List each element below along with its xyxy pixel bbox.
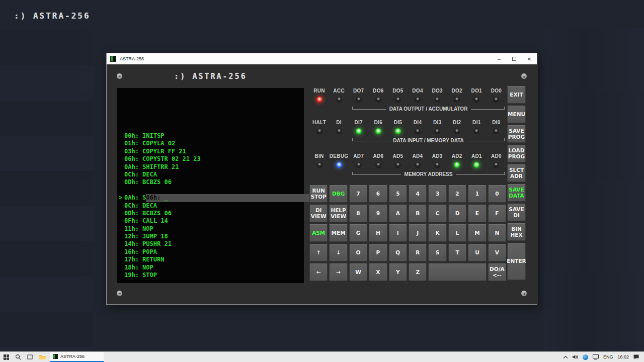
- save-prog-button[interactable]: SAVE PROG: [507, 125, 526, 143]
- key-q[interactable]: Q: [389, 244, 407, 261]
- search-button[interactable]: [12, 352, 24, 362]
- key-1[interactable]: 1: [468, 185, 486, 203]
- di6-led: [375, 128, 381, 134]
- led-label: DI1: [472, 120, 480, 125]
- close-button[interactable]: ✕: [522, 53, 537, 64]
- menu-button[interactable]: MENU: [507, 106, 526, 123]
- key-b[interactable]: B: [409, 205, 427, 222]
- key-y[interactable]: Y: [389, 263, 407, 281]
- terminal-line: 0Fh: CALL 14: [124, 217, 304, 225]
- clock[interactable]: 16:02: [617, 354, 629, 359]
- led-label: DO0: [491, 88, 502, 94]
- notification-icon[interactable]: [633, 354, 639, 359]
- key-6[interactable]: 6: [369, 185, 387, 203]
- key-v[interactable]: V: [488, 244, 506, 261]
- enter-button[interactable]: ENTER: [507, 243, 526, 280]
- terminal-line: 06h: COPYSTR 02 21 23: [124, 155, 304, 163]
- key-asm[interactable]: ASM: [309, 224, 328, 242]
- do4-led: [415, 97, 421, 103]
- key-t[interactable]: T: [448, 244, 466, 261]
- key-2[interactable]: 2: [448, 185, 466, 203]
- key-r[interactable]: R: [409, 244, 427, 261]
- load-prog-button[interactable]: LOAD PROG: [507, 145, 526, 162]
- key-do-a[interactable]: DO/A <--: [488, 263, 506, 281]
- network-display-icon[interactable]: [593, 354, 599, 359]
- key-f[interactable]: F: [488, 205, 506, 222]
- language-indicator[interactable]: ENG: [603, 354, 613, 359]
- led-label: DI3: [433, 120, 441, 125]
- key-a[interactable]: A: [389, 205, 407, 222]
- key-e[interactable]: E: [468, 205, 486, 222]
- do5-led: [395, 97, 401, 103]
- key-d[interactable]: D: [448, 205, 466, 222]
- led-label: DI2: [453, 120, 461, 125]
- key-di-view[interactable]: DI VIEW: [309, 205, 328, 222]
- system-tray: ENG 16:02: [563, 352, 644, 362]
- led-label: DO3: [432, 88, 442, 94]
- key-i[interactable]: I: [389, 224, 407, 242]
- maximize-button[interactable]: [507, 53, 522, 64]
- key-9[interactable]: 9: [369, 205, 387, 222]
- slct-adr-button[interactable]: SLCT ADR: [507, 164, 526, 182]
- key-5[interactable]: 5: [389, 185, 407, 203]
- key-mem[interactable]: MEM: [329, 224, 347, 242]
- key-0[interactable]: 0: [488, 185, 506, 203]
- key-space[interactable]: [428, 263, 486, 281]
- task-view-icon: [27, 354, 33, 360]
- key-4[interactable]: 4: [409, 185, 427, 203]
- led-row-data-input: HALT DI DI7 DI6 DI5 DI4 DI3 DI2 DI1 DI0 …: [309, 120, 506, 141]
- minimize-button[interactable]: –: [492, 53, 507, 64]
- start-button[interactable]: [0, 352, 12, 362]
- led-label: AD7: [353, 153, 364, 159]
- ad3-led: [434, 162, 440, 168]
- file-explorer-button[interactable]: [36, 352, 48, 362]
- key-arrow-down[interactable]: ↓: [329, 244, 347, 261]
- program-display: 00h: INITSP 01h: COPYLA 02 03h: COPYLR F…: [117, 88, 304, 283]
- terminal-current-line: >06h: _: [124, 187, 304, 194]
- key-arrow-up[interactable]: ↑: [309, 244, 328, 261]
- bin-hex-button[interactable]: BIN HEX: [507, 223, 526, 241]
- key-h[interactable]: H: [369, 224, 387, 242]
- di4-led: [415, 128, 421, 134]
- taskbar-task-astra256[interactable]: ASTRA-256: [50, 352, 104, 362]
- key-p[interactable]: P: [369, 244, 387, 261]
- terminal-line: 19h: STOP: [124, 272, 304, 279]
- key-3[interactable]: 3: [428, 185, 446, 203]
- exit-button[interactable]: EXIT: [507, 86, 526, 104]
- led-label: HALT: [312, 120, 326, 125]
- led-label: RUN: [313, 88, 325, 94]
- key-o[interactable]: O: [349, 244, 367, 261]
- key-c[interactable]: C: [428, 205, 446, 222]
- key-arrow-right[interactable]: →: [329, 263, 347, 281]
- key-x[interactable]: X: [369, 263, 387, 281]
- window-titlebar[interactable]: ASTRA-256 – ✕: [107, 53, 537, 64]
- astra-window: ASTRA-256 – ✕ :) ASTRA-256 00h: INITSP 0…: [107, 53, 537, 304]
- di7-led: [356, 128, 362, 134]
- key-dbg[interactable]: DBG: [329, 185, 347, 203]
- key-l[interactable]: L: [448, 224, 466, 242]
- key-k[interactable]: K: [428, 224, 446, 242]
- key-j[interactable]: J: [409, 224, 427, 242]
- key-8[interactable]: 8: [349, 205, 367, 222]
- led-row-data-output: RUN ACC DO7 DO6 DO5 DO4 DO3 DO2 DO1 DO0 …: [309, 88, 506, 110]
- key-help-view[interactable]: HELP VIEW: [329, 205, 347, 222]
- key-g[interactable]: G: [349, 224, 367, 242]
- key-run-stop[interactable]: RUN STOP: [309, 185, 328, 203]
- key-7[interactable]: 7: [349, 185, 367, 203]
- acc-led: [336, 97, 342, 103]
- key-m[interactable]: M: [468, 224, 486, 242]
- key-n[interactable]: N: [488, 224, 506, 242]
- key-arrow-left[interactable]: ←: [309, 263, 328, 281]
- key-z[interactable]: Z: [409, 263, 427, 281]
- key-s[interactable]: S: [428, 244, 446, 261]
- chevron-up-icon[interactable]: [563, 355, 568, 359]
- key-u[interactable]: U: [468, 244, 486, 261]
- key-w[interactable]: W: [349, 263, 367, 281]
- task-view-button[interactable]: [24, 352, 36, 362]
- save-di-button[interactable]: SAVE DI: [507, 204, 526, 221]
- di0-led: [493, 128, 499, 134]
- led-label: DO4: [412, 88, 423, 94]
- volume-icon[interactable]: [573, 354, 578, 359]
- save-data-button[interactable]: SAVE DATA: [507, 184, 526, 202]
- tray-app-icon[interactable]: [583, 354, 588, 360]
